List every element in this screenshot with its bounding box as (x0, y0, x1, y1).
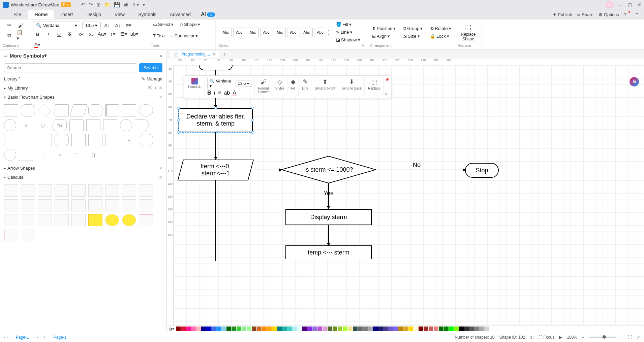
color-swatch[interactable] (413, 327, 418, 331)
library-label[interactable]: Library (4, 76, 18, 81)
color-swatch[interactable] (383, 327, 388, 331)
color-picker-icon[interactable]: ◑▾ (169, 327, 174, 331)
callout-19[interactable] (4, 214, 18, 226)
zoom-out-icon[interactable]: − (582, 335, 584, 340)
gallery-down-icon[interactable]: ▾ (328, 33, 329, 36)
lib-export-icon[interactable]: ⇱ (148, 86, 152, 91)
strike-icon[interactable]: S̶ (65, 30, 74, 38)
add-tab-button[interactable]: + (220, 51, 229, 57)
shape-lines[interactable]: ═ (122, 134, 136, 146)
symbol-search-input[interactable] (4, 63, 137, 72)
shape-database[interactable] (69, 119, 84, 131)
color-swatch[interactable] (267, 327, 272, 331)
color-swatch[interactable] (186, 327, 191, 331)
shape-arrow[interactable]: → (36, 149, 50, 161)
menu-home[interactable]: Home (28, 10, 55, 19)
color-swatch[interactable] (419, 327, 423, 331)
callout-20[interactable] (21, 214, 35, 226)
arrow-shapes-header[interactable]: ▸Arrow Shapes ✕ (0, 164, 166, 173)
color-swatch[interactable] (181, 327, 186, 331)
ft-bring-front[interactable]: ⬆Bring to Front (312, 77, 338, 97)
arrow-4[interactable] (328, 225, 329, 244)
font-color-icon[interactable]: A▾ (33, 40, 42, 49)
ft-fill[interactable]: ◆Fill (288, 77, 299, 97)
fill-button[interactable]: 🪣 Fill ▾ (334, 21, 362, 28)
shape-terminator[interactable] (88, 104, 102, 116)
color-swatch[interactable] (257, 327, 262, 331)
collapse-panel-icon[interactable]: « (160, 53, 162, 59)
shadow-button[interactable]: ◪ Shadow ▾ (334, 36, 362, 43)
menu-ai[interactable]: AI hot (201, 11, 215, 18)
color-swatch[interactable] (439, 327, 443, 331)
font-size-select[interactable]: 13.5 ▾ (82, 22, 101, 29)
page-add-icon[interactable]: + (43, 335, 45, 340)
shape-brace[interactable]: { } (86, 149, 100, 161)
shape-display[interactable] (21, 134, 35, 146)
lib-close-icon[interactable]: ✕ (159, 86, 162, 91)
ft-bold-icon[interactable]: B (207, 90, 211, 96)
menu-file[interactable]: File (7, 10, 28, 19)
callout-10[interactable] (4, 199, 18, 211)
color-swatch[interactable] (368, 327, 373, 331)
shape-pill[interactable] (55, 134, 69, 146)
color-swatch[interactable] (454, 327, 459, 331)
basic-close-icon[interactable]: ✕ (159, 95, 162, 100)
color-swatch[interactable] (221, 327, 226, 331)
color-swatch[interactable] (444, 327, 449, 331)
case-icon[interactable]: Aa▾ (98, 30, 106, 38)
callout-7[interactable] (105, 184, 119, 197)
callout-3[interactable] (38, 184, 52, 197)
callout-22[interactable] (55, 214, 69, 226)
color-swatch[interactable] (292, 327, 297, 331)
gallery-up-icon[interactable]: ▴ (328, 29, 329, 32)
color-swatch[interactable] (479, 327, 484, 331)
ft-edrawai[interactable]: Edraw AI (185, 77, 205, 97)
shape-rectangle[interactable] (4, 104, 18, 116)
bold-icon[interactable]: B (33, 30, 42, 38)
shape-start-partial[interactable] (199, 65, 233, 70)
callout-1[interactable] (4, 184, 18, 197)
zoom-slider[interactable] (589, 337, 616, 338)
color-swatch[interactable] (272, 327, 277, 331)
callout-6[interactable] (88, 184, 102, 197)
text-tool[interactable]: T Text (151, 32, 167, 39)
color-swatch[interactable] (434, 327, 438, 331)
callout-18[interactable] (139, 199, 153, 211)
callout-pink-1[interactable] (139, 214, 153, 226)
callout-pink-2[interactable] (4, 229, 18, 241)
replace-shape-button[interactable]: ⬚ Replace Shape (458, 21, 479, 43)
color-swatch[interactable] (343, 327, 347, 331)
grip-icon[interactable]: ≡ (4, 53, 7, 59)
basic-flowchart-header[interactable]: ▾Basic Flowchart Shapes ✕ (0, 93, 166, 102)
shape-diamond[interactable] (38, 104, 52, 117)
color-swatch[interactable] (398, 327, 403, 331)
callout-5[interactable] (71, 184, 86, 197)
color-swatch[interactable] (474, 327, 479, 331)
ai-assistant-icon[interactable]: M (630, 77, 639, 87)
shape-manual-op[interactable] (4, 134, 18, 146)
ft-size-select[interactable]: 13.5 ▾ (236, 80, 252, 87)
color-swatch[interactable] (393, 327, 398, 331)
zoom-in-icon[interactable]: + (621, 335, 623, 340)
color-swatch[interactable] (307, 327, 312, 331)
color-swatch[interactable] (469, 327, 474, 331)
format-painter-icon[interactable]: 🖌 (17, 21, 25, 30)
copy-icon[interactable]: ⧉ (5, 31, 14, 40)
shape-stored-data[interactable] (122, 104, 136, 116)
highlight-icon[interactable]: ab▾ (130, 30, 139, 38)
shape-circle[interactable] (4, 119, 16, 131)
menu-design[interactable]: Design (80, 10, 108, 19)
color-swatch[interactable] (312, 327, 317, 331)
save-icon[interactable]: 💾 (114, 2, 120, 8)
color-swatch[interactable] (237, 327, 241, 331)
pages-menu-icon[interactable]: ▭ (4, 335, 8, 340)
shape-oval[interactable] (4, 149, 16, 161)
color-swatch[interactable] (489, 327, 494, 331)
callout-yellow-1[interactable] (88, 214, 102, 226)
new-icon[interactable]: ⊞ (96, 2, 101, 8)
menu-insert[interactable]: Insert (54, 10, 80, 19)
font-select[interactable]: 🔍 Verdana ▾ (33, 22, 80, 29)
color-swatch[interactable] (373, 327, 378, 331)
color-swatch[interactable] (317, 327, 322, 331)
color-swatch[interactable] (282, 327, 287, 331)
